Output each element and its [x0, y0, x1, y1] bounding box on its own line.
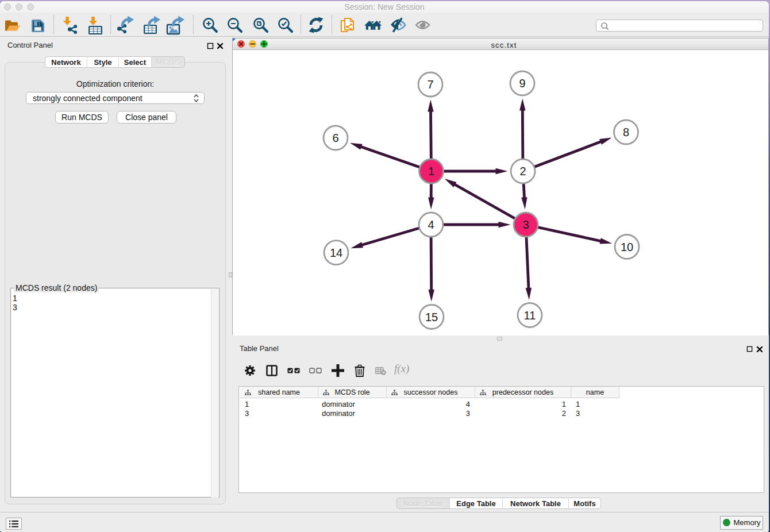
svg-text:6: 6 — [332, 132, 338, 144]
svg-text:15: 15 — [425, 311, 438, 323]
svg-text:2: 2 — [519, 165, 526, 178]
svg-text:9: 9 — [519, 77, 525, 90]
svg-text:4: 4 — [428, 218, 434, 231]
svg-text:3: 3 — [522, 218, 529, 231]
svg-text:1: 1 — [428, 165, 434, 178]
svg-text:11: 11 — [524, 309, 536, 322]
svg-text:14: 14 — [330, 246, 342, 259]
svg-text:8: 8 — [623, 126, 629, 138]
svg-text:7: 7 — [427, 78, 433, 91]
svg-text:10: 10 — [621, 241, 633, 253]
